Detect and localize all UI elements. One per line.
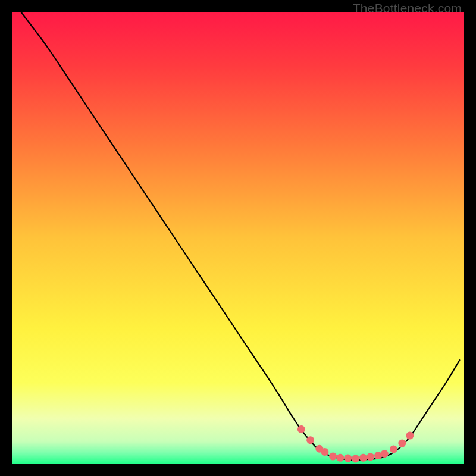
optimal-dot bbox=[398, 440, 406, 447]
optimal-dot bbox=[406, 432, 414, 440]
optimal-dot bbox=[390, 445, 397, 453]
optimal-dot bbox=[344, 455, 352, 462]
optimal-dot bbox=[381, 450, 389, 458]
optimal-dot bbox=[336, 454, 344, 462]
optimal-dot bbox=[367, 453, 374, 461]
chart-frame bbox=[12, 12, 464, 464]
bottleneck-chart bbox=[12, 12, 464, 464]
optimal-dot bbox=[352, 455, 359, 462]
optimal-dot bbox=[359, 454, 367, 462]
optimal-dot bbox=[329, 453, 337, 461]
optimal-dot bbox=[321, 448, 328, 456]
optimal-dot bbox=[306, 436, 314, 444]
optimal-dot bbox=[298, 425, 305, 433]
gradient-background bbox=[12, 12, 464, 464]
